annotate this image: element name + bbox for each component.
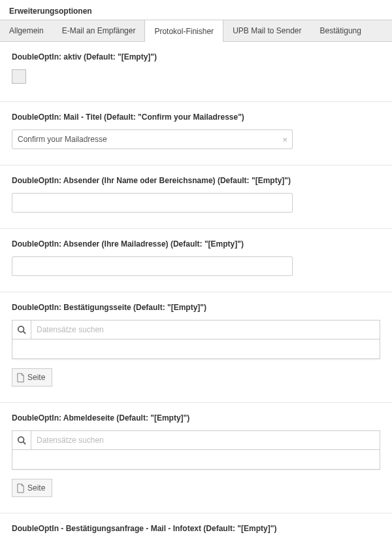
panel-protocol: DoubleOptIn: aktiv (Default: "[Empty]") …	[0, 42, 392, 537]
result-list-unsub[interactable]	[12, 450, 380, 470]
label-unsub-page: DoubleOptIn: Abmeldeseite (Default: "[Em…	[12, 413, 380, 423]
label-sender-name: DoubleOptIn: Absender (Ihr Name oder Ber…	[12, 176, 380, 185]
result-list-confirm[interactable]	[12, 339, 380, 359]
svg-line-3	[24, 442, 26, 445]
page-icon	[16, 483, 25, 493]
label-sender-mail: DoubleOptIn: Absender (Ihre Mailadresse)…	[12, 239, 380, 249]
search-icon	[17, 436, 26, 445]
page-button-label: Seite	[27, 373, 45, 382]
label-confirm-page: DoubleOptIn: Bestätigungsseite (Default:…	[12, 303, 380, 312]
label-active: DoubleOptIn: aktiv (Default: "[Empty]")	[12, 52, 380, 61]
page-button-unsub[interactable]: Seite	[12, 479, 52, 497]
close-icon[interactable]: ×	[282, 135, 287, 144]
label-mail-title: DoubleOptIn: Mail - Titel (Default: "Con…	[12, 113, 380, 122]
field-mail-title: DoubleOptIn: Mail - Titel (Default: "Con…	[0, 102, 392, 165]
checkbox-active[interactable]	[12, 69, 26, 84]
search-input-confirm[interactable]	[31, 320, 380, 339]
page-icon	[16, 373, 25, 383]
tab-confirmation[interactable]: Bestätigung	[311, 20, 370, 41]
tab-bar: Allgemein E-Mail an Empfänger Protokol-F…	[0, 20, 392, 42]
field-infotext: DoubleOptIn - Bestätigungsanfrage - Mail…	[0, 513, 392, 537]
tab-protocol-finisher[interactable]: Protokol-Finisher	[144, 20, 223, 42]
search-input-unsub[interactable]	[31, 430, 380, 450]
input-sender-mail[interactable]	[12, 256, 293, 276]
search-button-unsub[interactable]	[12, 430, 31, 450]
field-confirm-page: DoubleOptIn: Bestätigungsseite (Default:…	[0, 292, 392, 403]
label-infotext: DoubleOptIn - Bestätigungsanfrage - Mail…	[12, 524, 380, 533]
svg-line-1	[24, 332, 26, 334]
input-mail-title[interactable]	[12, 130, 293, 149]
field-unsub-page: DoubleOptIn: Abmeldeseite (Default: "[Em…	[0, 403, 392, 513]
search-button-confirm[interactable]	[12, 320, 31, 339]
section-heading: Erweiterungsoptionen	[0, 0, 392, 20]
tab-upb-mail[interactable]: UPB Mail to Sender	[223, 20, 310, 41]
field-sender-mail: DoubleOptIn: Absender (Ihre Mailadresse)…	[0, 229, 392, 292]
svg-point-2	[18, 437, 24, 443]
svg-point-0	[18, 326, 24, 332]
tab-mail-recipient[interactable]: E-Mail an Empfänger	[53, 20, 145, 41]
page-button-confirm[interactable]: Seite	[12, 368, 52, 387]
search-icon	[17, 325, 26, 334]
page-button-label: Seite	[27, 483, 45, 493]
field-doubleoptin-active: DoubleOptIn: aktiv (Default: "[Empty]")	[0, 42, 392, 102]
field-sender-name: DoubleOptIn: Absender (Ihr Name oder Ber…	[0, 165, 392, 229]
input-sender-name[interactable]	[12, 193, 293, 213]
tab-general[interactable]: Allgemein	[0, 20, 53, 41]
